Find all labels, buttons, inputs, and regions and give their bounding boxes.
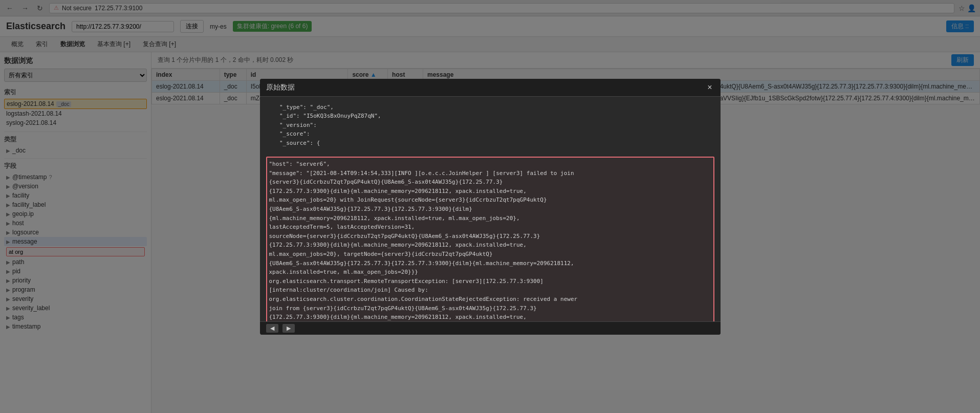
- modal-title: 原始数据: [266, 83, 295, 92]
- modal-body: "_type": "_doc", "_id": "I5oKQ3sBxOnuyPq…: [260, 97, 721, 321]
- modal-next-button[interactable]: ▶: [282, 324, 295, 333]
- modal-overlay[interactable]: 原始数据 × "_type": "_doc", "_id": "I5oKQ3sB…: [0, 0, 980, 413]
- highlighted-content: "host": "server6", "message": "[2021-08-…: [266, 157, 714, 321]
- modal-raw-content: "_type": "_doc", "_id": "I5oKQ3sBxOnuyPq…: [266, 103, 714, 321]
- modal-header: 原始数据 ×: [260, 79, 721, 97]
- raw-data-modal: 原始数据 × "_type": "_doc", "_id": "I5oKQ3sB…: [260, 79, 721, 335]
- modal-close-button[interactable]: ×: [705, 83, 714, 92]
- modal-footer: ◀ ▶: [260, 321, 721, 335]
- modal-prev-button[interactable]: ◀: [266, 324, 278, 333]
